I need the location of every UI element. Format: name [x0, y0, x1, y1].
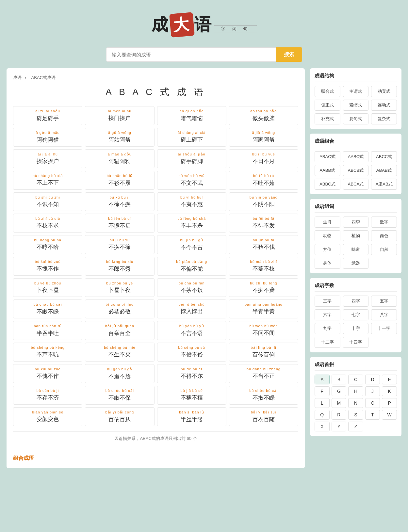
idiom-cell[interactable]: bù kuì bù zuò 不愧不作 — [13, 257, 82, 276]
char-btn[interactable]: 八字 — [371, 309, 397, 320]
idiom-cell[interactable]: biàn yán biàn sè 变颜变色 — [13, 407, 82, 426]
idiom-cell[interactable]: àn qì àn nǎo 暗气暗恼 — [157, 106, 226, 125]
idiom-cell[interactable]: bù fèn bù qǐ 不愤不启 — [85, 214, 154, 233]
idiom-cell[interactable]: bù chī bù lóng 不痴不聋 — [229, 278, 298, 297]
combo-btn[interactable]: ABAB式 — [371, 165, 397, 176]
idiom-cell[interactable]: bàn sī bàn lǚ 半丝半缕 — [157, 407, 226, 426]
letter-btn[interactable]: A — [315, 375, 330, 384]
letter-btn[interactable]: X — [315, 422, 330, 431]
breadcrumb-home[interactable]: 成语 — [13, 75, 22, 80]
idiom-cell[interactable]: bù fēng bù shā 不丰不杀 — [157, 214, 226, 233]
idiom-cell[interactable]: āi jiā āi hù 挨家挨户 — [13, 149, 82, 168]
idiom-cell[interactable]: bù shēng bù kēng 不声不吭 — [13, 343, 82, 362]
idiom-cell[interactable]: bèi rù bèi chū 悖入悖出 — [157, 299, 226, 318]
idiom-cell[interactable]: bù kuì bù zuò 不愧不作 — [13, 364, 82, 383]
word-btn[interactable]: 身体 — [315, 258, 340, 269]
char-btn[interactable]: 四字 — [343, 296, 369, 307]
idiom-cell[interactable]: ā gǒu ā māo 阿狗阿猫 — [13, 128, 82, 147]
char-btn[interactable]: 六字 — [315, 309, 340, 320]
idiom-cell[interactable]: bù sēng bù sú 不僧不俗 — [157, 343, 226, 362]
idiom-cell[interactable]: bù chǒu bù cǎi 不瞅不保 — [85, 386, 154, 405]
idiom-cell[interactable]: ā māo ā gǒu 阿猫阿狗 — [85, 149, 154, 168]
idiom-cell[interactable]: bù màn bù zhī 不蔓不枝 — [229, 257, 298, 276]
idiom-cell[interactable]: bù shí bù zhī 不识不知 — [13, 192, 82, 211]
letter-btn[interactable]: K — [382, 386, 397, 396]
idiom-cell[interactable]: bù jí bù xú 不疾不徐 — [85, 235, 154, 254]
idiom-cell[interactable]: bù tǔ bù rú 不吐不茹 — [229, 171, 298, 190]
structure-btn[interactable]: 复杂式 — [371, 113, 397, 124]
idiom-cell[interactable]: bǎi yī bǎi suí 百衣百随 — [229, 407, 298, 426]
combo-btn[interactable]: ABCB式 — [343, 165, 369, 176]
letter-btn[interactable]: R — [332, 410, 347, 420]
idiom-cell[interactable]: bǎi jǔ bǎi quán 百举百全 — [85, 321, 154, 340]
letter-btn[interactable]: D — [365, 375, 380, 384]
idiom-cell[interactable]: bù shàng bù xià 不上不下 — [13, 171, 82, 190]
idiom-cell[interactable]: bù cún bù jì 不存不济 — [13, 386, 82, 405]
idiom-cell[interactable]: bù lǎng bù xiù 不郎不秀 — [85, 257, 154, 276]
idiom-cell[interactable]: bù yīn bù yáng 不阴不阳 — [229, 192, 298, 211]
idiom-cell[interactable]: bù yán bù yǔ 不言不语 — [157, 321, 226, 340]
letter-btn[interactable]: W — [382, 410, 397, 420]
letter-btn[interactable]: N — [348, 398, 363, 408]
idiom-cell[interactable]: bàn tūn bàn tǔ 半吞半吐 — [13, 321, 82, 340]
idiom-cell[interactable]: bù xú bù jí 不徐不疾 — [85, 192, 154, 211]
letter-btn[interactable]: Z — [348, 422, 363, 431]
idiom-cell[interactable]: bǎi líng bǎi lì 百伶百俐 — [229, 343, 298, 362]
letter-btn[interactable]: Q — [315, 410, 330, 420]
structure-btn[interactable]: 连动式 — [371, 100, 397, 111]
structure-btn[interactable]: 偏正式 — [315, 100, 340, 111]
word-btn[interactable]: 味道 — [343, 244, 369, 255]
letter-btn[interactable]: E — [382, 375, 397, 384]
search-button[interactable]: 搜索 — [276, 47, 302, 62]
idiom-cell[interactable]: bù shān bù lǚ 不衫不履 — [85, 171, 154, 190]
idiom-cell[interactable]: bù gān bù gǎ 不尴不尬 — [85, 364, 154, 383]
idiom-cell[interactable]: ā gū ā wēng 阿姑阿翁 — [85, 128, 154, 147]
idiom-cell[interactable]: bù piān bù dǎng 不偏不党 — [157, 257, 226, 276]
letter-btn[interactable]: C — [348, 375, 363, 384]
idiom-cell[interactable]: ài shàng ài xià 碍上碍下 — [157, 128, 226, 147]
letter-btn[interactable]: Y — [332, 422, 347, 431]
char-btn[interactable]: 十二字 — [315, 337, 340, 348]
combo-btn[interactable]: A里AB式 — [371, 179, 397, 190]
structure-btn[interactable]: 联合式 — [315, 86, 340, 97]
structure-btn[interactable]: 动宾式 — [371, 86, 397, 97]
combo-btn[interactable]: ABCC式 — [371, 151, 397, 162]
idiom-cell[interactable]: bǎi yī bǎi cóng 百依百从 — [85, 407, 154, 426]
char-btn[interactable]: 三字 — [315, 296, 340, 307]
word-btn[interactable]: 动物 — [315, 230, 340, 241]
letter-btn[interactable]: F — [315, 386, 330, 396]
idiom-cell[interactable]: ā jiā ā wēng 阿家阿翁 — [229, 128, 298, 147]
word-btn[interactable]: 方位 — [315, 244, 340, 255]
idiom-cell[interactable]: bù chá bù fàn 不茶不饭 — [157, 278, 226, 297]
combo-btn[interactable]: ABBC式 — [315, 179, 340, 190]
letter-btn[interactable]: H — [348, 386, 363, 396]
idiom-cell[interactable]: bù zhī bù qiú 不枝不求 — [13, 214, 82, 233]
idiom-cell[interactable]: bù wén bù wǔ 不文不武 — [157, 171, 226, 190]
letter-btn[interactable]: B — [332, 375, 347, 384]
idiom-cell[interactable]: bù yè bù zhòu 卜夜卜昼 — [13, 278, 82, 297]
char-btn[interactable]: 十字 — [343, 323, 369, 334]
letter-btn[interactable]: T — [365, 410, 380, 420]
idiom-cell[interactable]: ài zú ài shǒu 碍足碍手 — [13, 106, 82, 125]
word-btn[interactable]: 数字 — [371, 217, 397, 228]
idiom-cell[interactable]: bù zhòu bù yè 卜昼卜夜 — [85, 278, 154, 297]
idiom-cell[interactable]: āi mén āi hù 挨门挨户 — [85, 106, 154, 125]
idiom-cell[interactable]: bù jiā bù sè 不稼不穑 — [157, 386, 226, 405]
search-input[interactable] — [106, 47, 276, 62]
char-btn[interactable]: 十一字 — [371, 323, 397, 334]
letter-btn[interactable]: L — [315, 398, 330, 408]
letter-btn[interactable]: S — [348, 410, 363, 420]
word-btn[interactable]: 武器 — [343, 258, 369, 269]
word-btn[interactable]: 自然 — [371, 244, 397, 255]
structure-btn[interactable]: 复句式 — [343, 113, 369, 124]
idiom-cell[interactable]: bù chǒu bù cǎi 不揪不睬 — [229, 386, 298, 405]
word-btn[interactable]: 颜色 — [371, 230, 397, 241]
letter-btn[interactable]: M — [332, 398, 347, 408]
idiom-cell[interactable]: bù dé bù ěr 不得不尔 — [157, 364, 226, 383]
word-btn[interactable]: 四季 — [343, 217, 369, 228]
idiom-cell[interactable]: bù shēng bù miè 不生不灭 — [85, 343, 154, 362]
idiom-cell[interactable]: bù yí bù huì 不夷不惠 — [157, 192, 226, 211]
char-btn[interactable]: 十四字 — [343, 337, 369, 348]
letter-btn[interactable]: O — [365, 398, 380, 408]
idiom-cell[interactable]: bì gǒng bì jìng 必恭必敬 — [85, 299, 154, 318]
